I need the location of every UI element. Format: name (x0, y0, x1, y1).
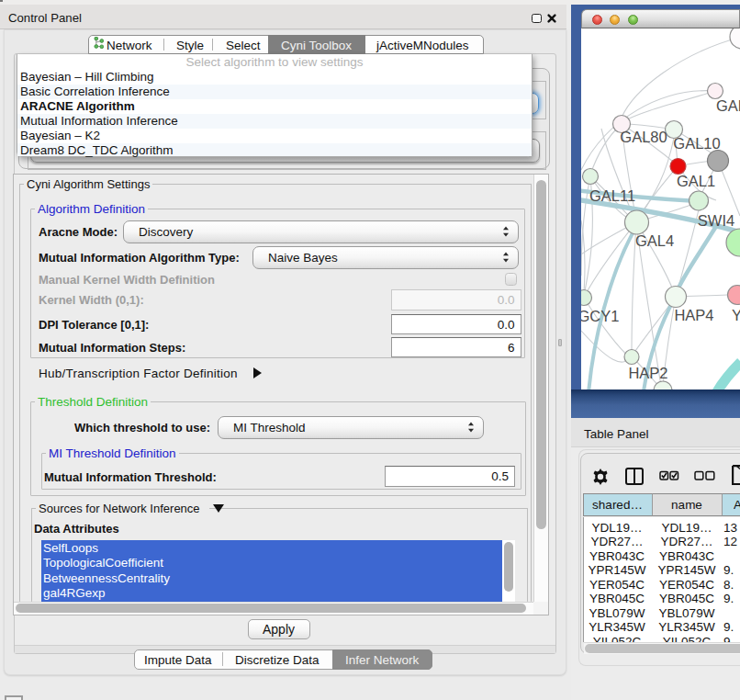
svg-text:GCY1: GCY1 (581, 308, 619, 324)
svg-text:HAP2: HAP2 (628, 365, 667, 381)
svg-text:GAL1: GAL1 (677, 173, 715, 189)
svg-text:Y: Y (732, 307, 740, 323)
svg-text:GAL80: GAL80 (620, 129, 667, 145)
svg-text:GAL10: GAL10 (673, 135, 720, 152)
svg-text:HAP4: HAP4 (674, 307, 713, 323)
svg-text:GAL7: GAL7 (716, 97, 740, 114)
svg-text:GAL11: GAL11 (589, 187, 635, 204)
svg-text:SWI4: SWI4 (698, 212, 734, 229)
svg-text:GAL4: GAL4 (635, 232, 674, 249)
